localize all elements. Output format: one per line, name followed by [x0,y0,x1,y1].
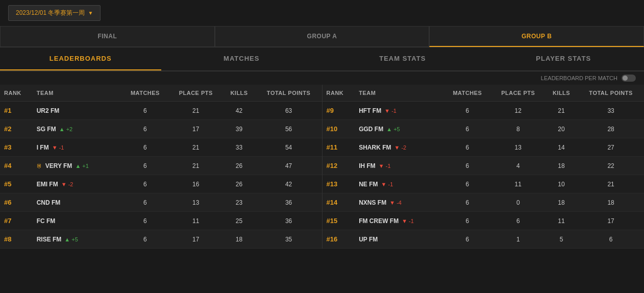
rank-change: ▼ -1 [381,181,393,187]
tab-group-a[interactable]: GROUP A [215,26,430,47]
kills-cell: 21 [545,102,578,120]
team-cell: RISE FM▲ +5 [33,230,121,249]
rank-change: ▼ -1 [384,108,397,114]
team-cell: UR2 FM [33,102,121,120]
right-table: RANK TEAM MATCHES PLACE PTS KILLS TOTAL … [323,85,645,249]
rank-cell: #7 [0,212,33,230]
left-table: RANK TEAM MATCHES PLACE PTS KILLS TOTAL … [0,85,323,249]
team-name: UP FM [359,236,378,243]
rank-cell: #12 [323,157,355,175]
col-total-right: TOTAL POINTS [578,85,644,102]
rank-cell: #14 [323,193,355,212]
total-points-cell: 36 [256,193,322,212]
rank-change: ▲ +5 [64,236,78,242]
rank-change: ▼ -2 [394,144,407,151]
total-points-cell: 47 [256,157,322,175]
rank-cell: #8 [0,230,33,249]
nav-tab-player-stats[interactable]: PLAYER STATS [483,47,645,70]
total-points-cell: 33 [578,102,644,120]
col-total-left: TOTAL POINTS [256,85,322,102]
kills-cell: 42 [222,102,255,120]
team-cell: IH FM▼ -1 [355,157,443,175]
team-cell: NXNS FM▼ -4 [355,193,443,212]
team-cell: HFT FM▼ -1 [355,102,443,120]
nav-tab-matches[interactable]: MATCHES [161,47,323,70]
team-icon: ⛨ [37,163,42,169]
total-points-cell: 63 [256,102,322,120]
season-label: 2023/12/01 冬季赛第一周 [16,9,85,17]
rank-change: ▲ +2 [59,126,73,132]
rank-change: ▲ +1 [75,163,89,169]
matches-cell: 6 [121,102,169,120]
kills-cell: 5 [545,230,578,249]
table-row: #11SHARK FM▼ -26131427 [323,138,645,157]
table-row: #15FM CREW FM▼ -1661117 [323,212,645,230]
place-pts-cell: 6 [491,212,545,230]
toggle-label: LEADERBOARD PER MATCH [541,75,617,81]
rank-change: ▼ -2 [61,181,73,187]
team-cell: I FM▼ -1 [33,138,121,157]
place-pts-cell: 8 [491,120,545,138]
team-cell: GGD FM▲ +5 [355,120,443,138]
nav-tab-leaderboards[interactable]: LEADERBOARDS [0,47,161,70]
nav-tab-team-stats[interactable]: TEAM STATS [322,47,483,70]
kills-cell: 23 [222,193,255,212]
team-cell: EMI FM▼ -2 [33,175,121,193]
table-row: #14NXNS FM▼ -4601818 [323,193,645,212]
kills-cell: 10 [545,175,578,193]
col-team-left: TEAM [33,85,121,102]
rank-cell: #9 [323,102,355,120]
kills-cell: 14 [545,138,578,157]
team-cell: SG FM▲ +2 [33,120,121,138]
kills-cell: 26 [222,175,255,193]
rank-cell: #6 [0,193,33,212]
matches-cell: 6 [443,138,491,157]
col-place-pts-right: PLACE PTS [491,85,545,102]
place-pts-cell: 4 [491,157,545,175]
total-points-cell: 35 [256,230,322,249]
rank-change: ▼ -4 [389,200,402,206]
matches-cell: 6 [443,120,491,138]
col-kills-left: KILLS [222,85,255,102]
team-cell: CND FM [33,193,121,212]
matches-cell: 6 [121,193,169,212]
nav-tabs: LEADERBOARDS MATCHES TEAM STATS PLAYER S… [0,47,644,71]
place-pts-cell: 11 [491,175,545,193]
place-pts-cell: 16 [169,175,222,193]
tab-group-b[interactable]: GROUP B [429,26,644,47]
tab-final[interactable]: FINAL [0,26,215,47]
table-row: #3I FM▼ -16213354 [0,138,322,157]
table-row: #9HFT FM▼ -16122133 [323,102,645,120]
season-arrow: ▼ [88,10,93,16]
table-row: #8RISE FM▲ +56171835 [0,230,322,249]
season-selector[interactable]: 2023/12/01 冬季赛第一周 ▼ [8,5,101,21]
rank-change: ▼ -1 [379,163,391,169]
matches-cell: 6 [121,120,169,138]
rank-cell: #2 [0,120,33,138]
rank-cell: #13 [323,175,355,193]
total-points-cell: 22 [578,157,644,175]
kills-cell: 26 [222,157,255,175]
kills-cell: 11 [545,212,578,230]
col-matches-left: MATCHES [121,85,169,102]
matches-cell: 6 [121,175,169,193]
team-cell: FM CREW FM▼ -1 [355,212,443,230]
total-points-cell: 18 [578,193,644,212]
group-tabs: FINAL GROUP A GROUP B [0,26,644,47]
rank-cell: #1 [0,102,33,120]
matches-cell: 6 [121,157,169,175]
matches-cell: 6 [443,175,491,193]
leaderboard-per-match-toggle[interactable] [622,75,636,82]
place-pts-cell: 11 [169,212,222,230]
rank-change: ▲ +5 [386,126,400,132]
team-name: SG FM [37,126,56,133]
total-points-cell: 6 [578,230,644,249]
place-pts-cell: 0 [491,193,545,212]
team-name: CND FM [37,199,61,206]
table-row: #1UR2 FM6214263 [0,102,322,120]
team-name: UR2 FM [37,107,60,114]
col-matches-right: MATCHES [443,85,491,102]
kills-cell: 33 [222,138,255,157]
kills-cell: 18 [222,230,255,249]
place-pts-cell: 1 [491,230,545,249]
